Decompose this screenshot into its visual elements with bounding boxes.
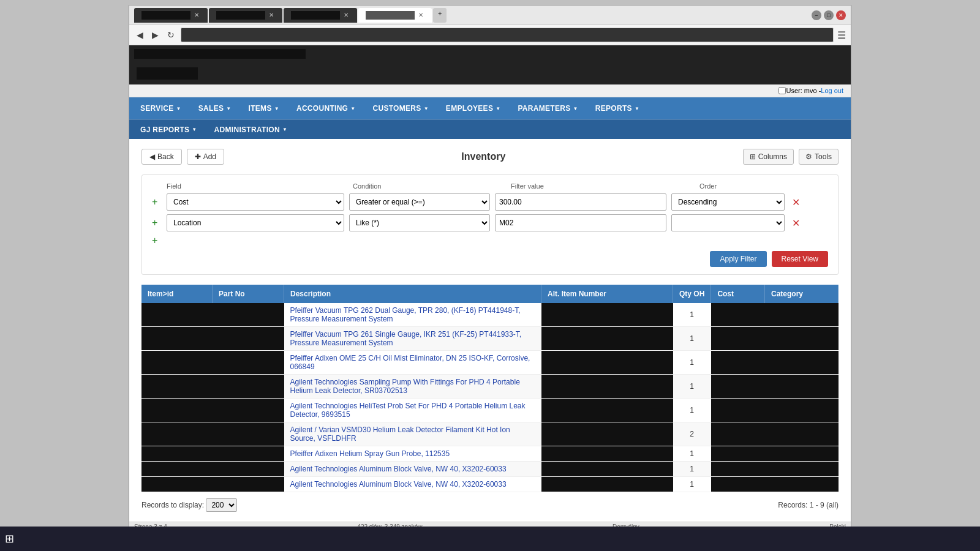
nav-admin-arrow: ▼ [282,127,287,132]
col-item-id: Item>id [141,285,213,303]
nav-service[interactable]: SERVICE ▼ [132,97,190,119]
toolbar-left: ◀ Back ✚ Add [141,149,224,165]
cell-part-no [213,446,284,462]
cell-alt-item [541,303,673,327]
reset-view-button[interactable]: Reset View [772,251,828,267]
cell-cost [711,399,765,422]
refresh-button[interactable]: ↻ [165,29,177,41]
filter-value-input-2[interactable] [495,214,666,231]
nav-parameters[interactable]: PARAMETERS ▼ [509,97,586,119]
minimize-button[interactable]: − [812,10,821,20]
forward-nav-button[interactable]: ▶ [149,29,161,41]
cell-category [765,446,839,462]
new-tab-button[interactable]: + [433,8,447,23]
cell-cost [711,327,765,351]
table-row[interactable]: Pfeiffer Vacuum TPG 262 Dual Gauge, TPR … [141,303,839,327]
cell-part-no [213,375,284,399]
page-title: Inventory [461,151,505,162]
cell-qty: 1 [673,375,711,399]
add-filter-row-1[interactable]: + [152,197,162,208]
cell-category [765,422,839,446]
cell-item-id [141,303,213,327]
filter-row-1: + Cost Location Description Part No Grea… [152,193,828,211]
tab-close-4[interactable]: ✕ [418,12,423,18]
filter-field-1[interactable]: Cost Location Description Part No [167,193,344,211]
filter-order-2[interactable]: Descending Ascending [671,214,785,231]
cell-alt-item [541,375,673,399]
browser-tab-2[interactable]: ✕ [209,8,282,23]
records-info: Records: 1 - 9 (all) [778,501,839,509]
remove-filter-2[interactable]: ✕ [792,217,800,229]
remove-filter-1[interactable]: ✕ [792,197,800,208]
window-controls: − □ ✕ [812,10,846,20]
tab-close-2[interactable]: ✕ [269,12,274,18]
back-icon: ◀ [149,152,155,161]
toolbar-right: ⊞ Columns ⚙ Tools [743,149,839,165]
nav-reports-arrow: ▼ [635,106,639,111]
tools-button[interactable]: ⚙ Tools [799,149,839,165]
cell-part-no [213,422,284,446]
table-row[interactable]: Agilent Technologies HeliTest Prob Set F… [141,399,839,422]
remember-checkbox[interactable] [778,87,786,94]
table-row[interactable]: Pfeiffer Adixen Helium Spray Gun Probe, … [141,446,839,462]
filter-value-header: Filter value [511,182,695,190]
cell-category [765,303,839,327]
records-per-page-select[interactable]: 200 50 100 500 [206,498,237,512]
browser-tab-1[interactable]: ✕ [134,8,208,23]
cell-alt-item [541,351,673,375]
cell-alt-item [541,446,673,462]
maximize-button[interactable]: □ [824,10,834,20]
filter-order-1[interactable]: Descending Ascending [671,193,785,211]
add-new-filter[interactable]: + [152,235,162,246]
nav-sales[interactable]: SALES ▼ [190,97,240,119]
nav-gj-reports[interactable]: GJ REPORTS ▼ [132,120,206,139]
tab-close-3[interactable]: ✕ [344,12,349,18]
browser-tab-3[interactable]: ✕ [284,8,357,23]
tab-close-1[interactable]: ✕ [194,12,199,18]
condition-header: Condition [353,182,506,190]
filter-condition-2[interactable]: Like (*) Greater or equal (>=) Equal (=) [349,214,490,231]
add-filter-row-2[interactable]: + [152,217,162,228]
columns-button[interactable]: ⊞ Columns [743,149,794,165]
back-button[interactable]: ◀ Back [141,149,182,165]
browser-tab-4[interactable]: ✕ [358,8,432,23]
table-row[interactable]: Agilent / Varian VSMD30 Helium Leak Dete… [141,422,839,446]
nav-parameters-arrow: ▼ [573,106,578,111]
nav-accounting[interactable]: ACCOUNTING ▼ [288,97,364,119]
nav-employees[interactable]: EMPLOYEES ▼ [437,97,510,119]
cell-cost [711,303,765,327]
filter-condition-1[interactable]: Greater or equal (>=) Like (*) Equal (=) [349,193,490,211]
nav-administration[interactable]: ADMINISTRATION ▼ [206,120,296,139]
browser-menu-button[interactable]: ☰ [837,29,846,41]
app-logo-bar [129,62,851,84]
logout-link[interactable]: Log out [821,87,843,94]
nav-items[interactable]: ITEMS ▼ [240,97,288,119]
cell-alt-item [541,327,673,351]
nav-customers[interactable]: CUSTOMERS ▼ [364,97,437,119]
windows-icon[interactable]: ⊞ [5,532,14,537]
cell-description: Agilent Technologies HeliTest Prob Set F… [284,399,541,422]
filter-field-2[interactable]: Location Cost Description Part No [167,214,344,231]
cell-category [765,327,839,351]
table-row[interactable]: Pfeiffer Adixen OME 25 C/H Oil Mist Elim… [141,351,839,375]
apply-filter-button[interactable]: Apply Filter [710,251,766,267]
add-icon: ✚ [195,152,201,161]
cell-item-id [141,446,213,462]
table-row[interactable]: Agilent Technologies Aluminum Block Valv… [141,462,839,477]
cell-qty: 2 [673,422,711,446]
add-button[interactable]: ✚ Add [187,149,224,165]
table-footer: Records to display: 200 50 100 500 Recor… [141,498,839,512]
table-row[interactable]: Agilent Technologies Aluminum Block Valv… [141,477,839,492]
cell-item-id [141,399,213,422]
cell-item-id [141,477,213,492]
filter-value-input-1[interactable] [495,193,666,211]
nav-reports[interactable]: REPORTS ▼ [587,97,648,119]
table-row[interactable]: Agilent Technologies Sampling Pump With … [141,375,839,399]
cell-qty: 1 [673,327,711,351]
back-nav-button[interactable]: ◀ [134,29,146,41]
close-button[interactable]: ✕ [836,10,846,20]
nav-items-arrow: ▼ [274,106,279,111]
cell-qty: 1 [673,477,711,492]
table-row[interactable]: Pfeiffer Vacuum TPG 261 Single Gauge, IK… [141,327,839,351]
address-bar[interactable] [181,28,834,42]
